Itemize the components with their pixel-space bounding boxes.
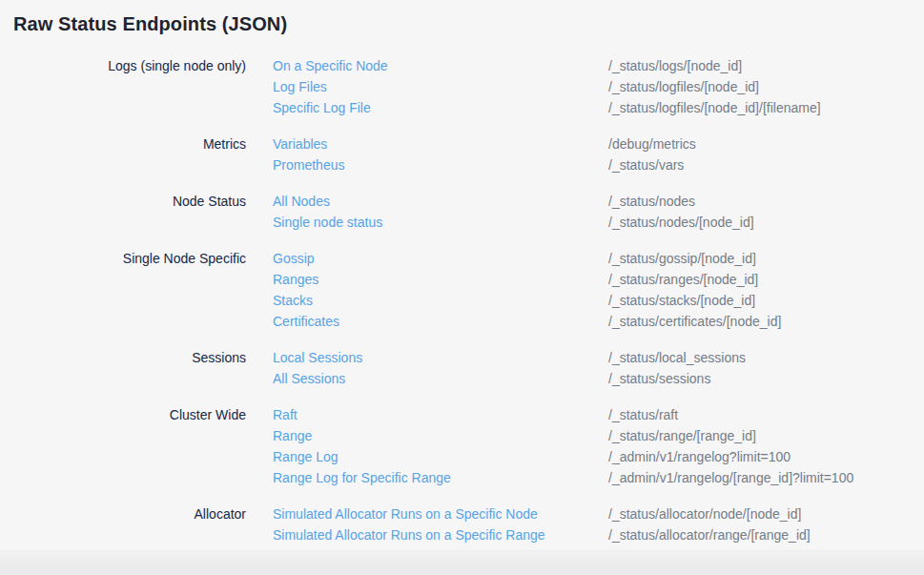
endpoint-row: All Nodes/_status/nodes <box>273 191 924 212</box>
endpoint-link[interactable]: Range <box>273 425 608 446</box>
category-label: Single Node Specific <box>0 248 246 269</box>
endpoint-row: All Sessions/_status/sessions <box>273 368 924 389</box>
endpoint-path: /_status/certificates/[node_id] <box>608 311 781 332</box>
endpoint-row: Range Log for Specific Range/_admin/v1/r… <box>273 467 924 488</box>
endpoint-row: Local Sessions/_status/local_sessions <box>273 347 924 368</box>
endpoint-path: /_status/allocator/range/[range_id] <box>608 524 811 545</box>
endpoint-link[interactable]: All Sessions <box>273 368 608 389</box>
endpoint-row: Single node status/_status/nodes/[node_i… <box>273 212 924 233</box>
endpoint-path: /_status/range/[range_id] <box>608 425 756 446</box>
endpoint-path: /_status/stacks/[node_id] <box>608 290 755 311</box>
endpoint-section: Logs (single node only)On a Specific Nod… <box>0 55 924 118</box>
endpoint-row: Raft/_status/raft <box>273 404 924 425</box>
endpoint-path: /_status/logs/[node_id] <box>608 55 742 76</box>
category-label: Allocator <box>0 503 246 524</box>
endpoint-row: Range Log/_admin/v1/rangelog?limit=100 <box>273 446 924 467</box>
endpoint-row: Stacks/_status/stacks/[node_id] <box>273 290 924 311</box>
endpoint-section: MetricsVariables/debug/metricsPrometheus… <box>0 133 924 175</box>
endpoint-row: Certificates/_status/certificates/[node_… <box>273 311 924 332</box>
endpoint-path: /_status/sessions <box>608 368 710 389</box>
endpoint-row: Prometheus/_status/vars <box>273 154 924 175</box>
endpoint-link[interactable]: All Nodes <box>273 191 608 212</box>
footer-strip <box>0 550 924 575</box>
endpoint-path: /_status/local_sessions <box>608 347 746 368</box>
endpoint-rows: Variables/debug/metricsPrometheus/_statu… <box>246 133 924 175</box>
endpoint-row: Log Files/_status/logfiles/[node_id] <box>273 76 924 97</box>
endpoint-row: Simulated Allocator Runs on a Specific R… <box>273 524 924 545</box>
category-label: Logs (single node only) <box>0 55 246 76</box>
endpoint-link[interactable]: Local Sessions <box>273 347 608 368</box>
endpoint-link[interactable]: Gossip <box>273 248 608 269</box>
raw-status-endpoints-page: Raw Status Endpoints (JSON) Logs (single… <box>0 0 924 545</box>
endpoint-section: SessionsLocal Sessions/_status/local_ses… <box>0 347 924 389</box>
endpoint-link[interactable]: Simulated Allocator Runs on a Specific R… <box>273 524 608 545</box>
endpoint-path: /_status/logfiles/[node_id] <box>608 76 759 97</box>
endpoint-rows: On a Specific Node/_status/logs/[node_id… <box>246 55 924 118</box>
endpoint-path: /_admin/v1/rangelog?limit=100 <box>608 446 791 467</box>
endpoint-section: Cluster WideRaft/_status/raftRange/_stat… <box>0 404 924 488</box>
endpoint-sections: Logs (single node only)On a Specific Nod… <box>0 55 924 545</box>
endpoint-link[interactable]: Stacks <box>273 290 608 311</box>
endpoint-link[interactable]: Variables <box>273 133 608 154</box>
endpoint-link[interactable]: Log Files <box>273 76 608 97</box>
endpoint-link[interactable]: Range Log for Specific Range <box>273 467 608 488</box>
endpoint-row: Range/_status/range/[range_id] <box>273 425 924 446</box>
page-title: Raw Status Endpoints (JSON) <box>0 0 924 35</box>
endpoint-rows: All Nodes/_status/nodesSingle node statu… <box>246 191 924 233</box>
category-label: Node Status <box>0 191 246 212</box>
endpoint-rows: Local Sessions/_status/local_sessionsAll… <box>246 347 924 389</box>
endpoint-link[interactable]: Single node status <box>273 212 608 233</box>
endpoint-path: /_status/vars <box>608 154 684 175</box>
category-label: Cluster Wide <box>0 404 246 425</box>
endpoint-path: /_status/ranges/[node_id] <box>608 269 758 290</box>
endpoint-link[interactable]: Ranges <box>273 269 608 290</box>
endpoint-row: Variables/debug/metrics <box>273 133 924 154</box>
category-label: Sessions <box>0 347 246 368</box>
endpoint-link[interactable]: Raft <box>273 404 608 425</box>
endpoint-section: Single Node SpecificGossip/_status/gossi… <box>0 248 924 332</box>
endpoint-rows: Raft/_status/raftRange/_status/range/[ra… <box>246 404 924 488</box>
endpoint-rows: Gossip/_status/gossip/[node_id]Ranges/_s… <box>246 248 924 332</box>
endpoint-row: Ranges/_status/ranges/[node_id] <box>273 269 924 290</box>
endpoint-link[interactable]: On a Specific Node <box>273 55 608 76</box>
endpoint-row: On a Specific Node/_status/logs/[node_id… <box>273 55 924 76</box>
endpoint-path: /_admin/v1/rangelog/[range_id]?limit=100 <box>608 467 853 488</box>
endpoint-row: Gossip/_status/gossip/[node_id] <box>273 248 924 269</box>
endpoint-link[interactable]: Range Log <box>273 446 608 467</box>
endpoint-link[interactable]: Simulated Allocator Runs on a Specific N… <box>273 503 608 524</box>
endpoint-path: /_status/nodes/[node_id] <box>608 212 754 233</box>
endpoint-link[interactable]: Prometheus <box>273 154 608 175</box>
endpoint-row: Specific Log File/_status/logfiles/[node… <box>273 97 924 118</box>
category-label: Metrics <box>0 133 246 154</box>
endpoint-section: Node StatusAll Nodes/_status/nodesSingle… <box>0 191 924 233</box>
endpoint-path: /_status/allocator/node/[node_id] <box>608 503 801 524</box>
endpoint-section: AllocatorSimulated Allocator Runs on a S… <box>0 503 924 545</box>
endpoint-row: Simulated Allocator Runs on a Specific N… <box>273 503 924 524</box>
endpoint-path: /_status/nodes <box>608 191 695 212</box>
endpoint-path: /_status/raft <box>608 404 678 425</box>
endpoint-link[interactable]: Certificates <box>273 311 608 332</box>
endpoint-link[interactable]: Specific Log File <box>273 97 608 118</box>
endpoint-path: /_status/gossip/[node_id] <box>608 248 756 269</box>
endpoint-path: /_status/logfiles/[node_id]/[filename] <box>608 97 821 118</box>
endpoint-rows: Simulated Allocator Runs on a Specific N… <box>246 503 924 545</box>
endpoint-path: /debug/metrics <box>608 133 696 154</box>
